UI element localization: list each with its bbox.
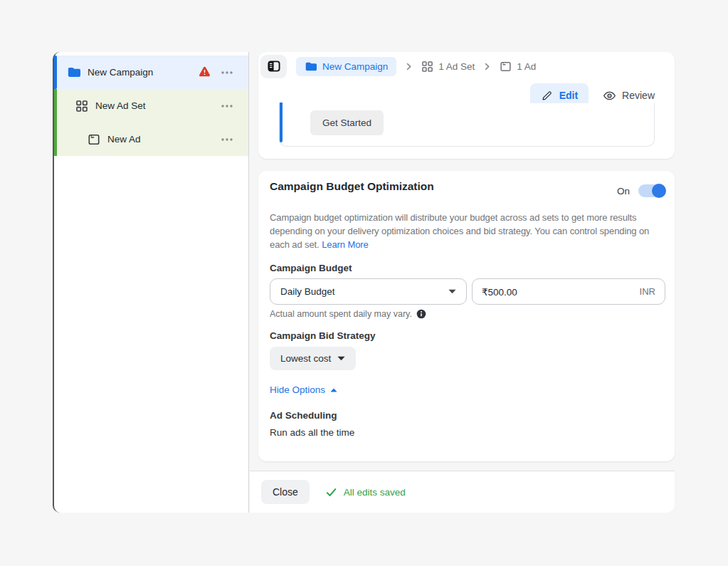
sidebar-item-ad[interactable]: New Ad	[54, 122, 248, 156]
budget-type-dropdown[interactable]: Daily Budget	[270, 278, 467, 305]
breadcrumb-adset-label: 1 Ad Set	[438, 61, 475, 72]
warning-icon	[198, 65, 211, 79]
breadcrumb-campaign[interactable]: New Campaign	[296, 57, 396, 76]
green-accent-bar	[54, 122, 57, 156]
ellipsis-menu-icon[interactable]	[220, 65, 234, 80]
review-button-label: Review	[622, 90, 655, 101]
campaign-tree-sidebar: New Campaign New Ad Set	[53, 52, 249, 513]
cbo-toggle-group: On	[617, 184, 665, 197]
save-status: All edits saved	[325, 486, 406, 498]
save-status-label: All edits saved	[344, 487, 406, 498]
cbo-description: Campaign budget optimization will distri…	[270, 211, 668, 251]
edit-button-label: Edit	[559, 90, 578, 101]
bid-strategy-label: Campaign Bid Strategy	[270, 330, 376, 341]
close-button[interactable]: Close	[261, 480, 310, 504]
sidebar-toggle-icon	[267, 59, 281, 73]
chevron-right-icon	[404, 62, 413, 71]
caret-down-icon	[448, 289, 456, 294]
caret-up-icon	[330, 388, 337, 392]
sidebar-item-label: New Ad Set	[95, 100, 146, 111]
ad-scheduling-value: Run ads all the time	[270, 427, 354, 438]
green-accent-bar	[54, 89, 57, 122]
toggle-knob	[652, 184, 666, 198]
get-started-section: Get Started	[279, 103, 655, 147]
cbo-toggle-switch[interactable]	[638, 184, 665, 197]
breadcrumb-adset[interactable]: 1 Ad Set	[421, 61, 475, 73]
pencil-icon	[541, 90, 553, 102]
toggle-state-label: On	[617, 186, 630, 196]
sidebar-item-campaign[interactable]: New Campaign	[54, 56, 248, 89]
caret-down-icon	[337, 356, 345, 361]
cbo-title: Campaign Budget Optimization	[270, 180, 434, 193]
budget-note: Actual amount spent daily may vary.	[270, 309, 426, 319]
ad-scheduling-label: Ad Scheduling	[270, 410, 337, 421]
breadcrumb-ad[interactable]: 1 Ad	[500, 61, 536, 73]
check-icon	[325, 486, 337, 498]
breadcrumb-campaign-label: New Campaign	[322, 61, 388, 72]
ellipsis-menu-icon[interactable]	[220, 99, 234, 113]
editor-footer: Close All edits saved	[250, 471, 675, 513]
sidebar-item-adset[interactable]: New Ad Set	[54, 89, 248, 122]
ad-set-grid-icon	[421, 61, 433, 73]
chevron-right-icon	[482, 62, 492, 71]
blue-accent-bar	[54, 56, 57, 89]
ad-frame-icon	[500, 61, 512, 73]
breadcrumb-ad-label: 1 Ad	[517, 61, 536, 72]
get-started-button[interactable]: Get Started	[310, 110, 384, 135]
ads-manager-window: New Campaign New Ad Set	[0, 0, 728, 566]
review-button[interactable]: Review	[603, 89, 655, 103]
ad-frame-icon	[88, 133, 100, 146]
learn-more-link[interactable]: Learn More	[322, 239, 368, 250]
campaign-budget-optimization-card: Campaign Budget Optimization On Campaign…	[258, 171, 675, 461]
folder-icon	[67, 65, 80, 79]
bid-strategy-dropdown[interactable]: Lowest cost	[270, 347, 356, 370]
sidebar-item-label: New Campaign	[88, 67, 153, 78]
editor-header-panel: New Campaign 1 Ad Set 1 Ad	[258, 52, 675, 159]
currency-code: INR	[640, 286, 655, 297]
bid-strategy-value: Lowest cost	[280, 353, 331, 364]
ellipsis-menu-icon[interactable]	[220, 132, 234, 147]
breadcrumb: New Campaign 1 Ad Set 1 Ad	[258, 52, 675, 80]
info-icon[interactable]	[416, 309, 426, 319]
budget-type-value: Daily Budget	[280, 286, 335, 297]
folder-icon	[305, 61, 317, 73]
budget-amount-value: ₹500.00	[482, 286, 517, 298]
hide-options-link[interactable]: Hide Options	[270, 384, 337, 395]
collapse-sidebar-button[interactable]	[260, 55, 287, 78]
campaign-budget-label: Campaign Budget	[270, 263, 352, 273]
sidebar-item-label: New Ad	[107, 134, 141, 145]
eye-icon	[603, 89, 616, 103]
ad-set-grid-icon	[75, 100, 88, 112]
blue-accent-bar	[280, 103, 283, 142]
budget-amount-input[interactable]: ₹500.00 INR	[472, 278, 665, 305]
